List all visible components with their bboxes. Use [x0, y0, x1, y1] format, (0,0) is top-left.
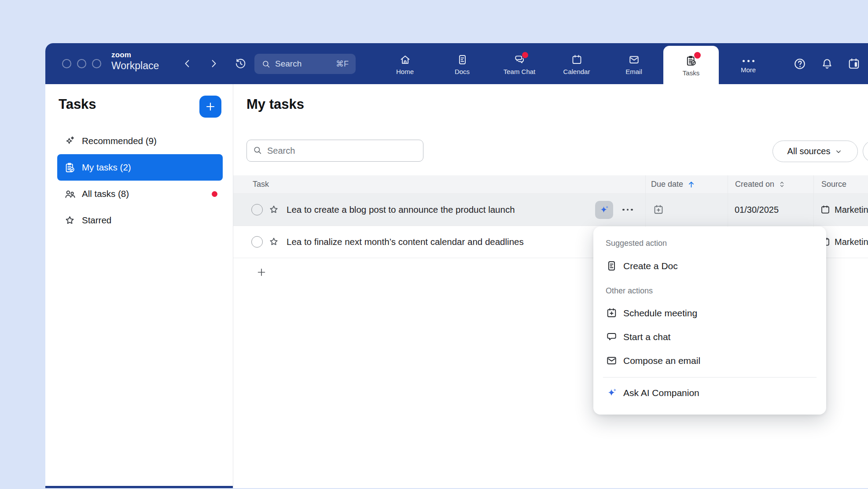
window-controls[interactable]	[62, 59, 101, 68]
docs-icon	[456, 54, 468, 66]
menu-item-schedule-meeting[interactable]: Schedule meeting	[606, 307, 814, 319]
created-on-cell: 01/30/2025	[728, 194, 813, 226]
nav-more-label: More	[741, 66, 756, 74]
sidebar-list: Recommended (9) My tasks (2) All tasks (…	[45, 128, 233, 233]
calendar-icon	[820, 204, 831, 215]
sidebar-item-label: Recommended (9)	[82, 136, 157, 146]
all-tasks-badge	[212, 191, 217, 197]
nav-more[interactable]: More	[720, 43, 777, 84]
clipped-filter-button[interactable]	[863, 141, 868, 162]
task-cell: Lea to create a blog post to announce th…	[233, 194, 645, 226]
history-icon[interactable]	[233, 56, 247, 70]
column-header-source[interactable]: Source	[813, 175, 868, 193]
chat-bubble-icon	[606, 331, 618, 343]
menu-item-compose-email[interactable]: Compose an email	[606, 355, 814, 367]
menu-item-ask-ai-companion[interactable]: Ask AI Companion	[606, 387, 814, 399]
bell-icon[interactable]	[820, 56, 835, 71]
suggested-actions-menu: Suggested action Create a Doc Other acti…	[593, 226, 826, 415]
global-search[interactable]: Search ⌘F	[254, 54, 356, 74]
global-search-placeholder: Search	[275, 59, 331, 69]
nav-home[interactable]: Home	[376, 43, 434, 84]
source-cell: Marketing	[813, 194, 868, 226]
team-chat-badge	[522, 52, 528, 58]
task-title: Lea to finalize next month’s content cal…	[287, 237, 524, 247]
calendar-plus-icon	[606, 307, 618, 319]
sidebar-item-my-tasks[interactable]: My tasks (2)	[57, 154, 223, 181]
ai-sparkle-icon	[598, 204, 610, 216]
task-cell: Lea to finalize next month’s content cal…	[233, 226, 645, 258]
column-header-task[interactable]: Task	[233, 175, 645, 193]
window-control-close[interactable]	[62, 59, 71, 68]
top-bar: zoom Workplace Search ⌘F Home Docs Team …	[45, 43, 868, 84]
column-header-due-date[interactable]: Due date	[645, 175, 728, 193]
window-control-minimize[interactable]	[77, 59, 86, 68]
nav-home-label: Home	[396, 68, 414, 75]
plus-icon	[205, 101, 216, 112]
main-nav: Home Docs Team Chat Calendar Email	[376, 43, 662, 84]
due-date-cell[interactable]	[645, 194, 728, 226]
mini-calendar-icon[interactable]	[846, 56, 861, 71]
home-icon	[399, 54, 411, 66]
table-header: Task Due date Created on Source	[233, 175, 868, 194]
task-checkbox[interactable]	[251, 204, 263, 215]
menu-divider	[603, 377, 817, 378]
menu-item-start-chat[interactable]: Start a chat	[606, 331, 814, 343]
nav-team-chat-label: Team Chat	[504, 68, 536, 75]
nav-docs[interactable]: Docs	[434, 43, 491, 84]
column-header-created-on[interactable]: Created on	[728, 175, 813, 193]
nav-tasks-active-tab[interactable]: Tasks	[663, 46, 719, 84]
doc-icon	[606, 260, 618, 272]
sources-filter-label: All sources	[787, 146, 831, 156]
row-more-button[interactable]	[622, 194, 633, 226]
back-button[interactable]	[180, 56, 194, 70]
add-task-button[interactable]	[199, 96, 221, 118]
email-icon	[628, 54, 640, 66]
brand-zoom: zoom	[111, 51, 159, 59]
menu-heading-other: Other actions	[606, 286, 814, 296]
page-title: My tasks	[246, 96, 304, 112]
help-icon[interactable]	[792, 56, 807, 71]
task-row[interactable]: Lea to create a blog post to announce th…	[233, 194, 868, 226]
nav-calendar[interactable]: Calendar	[548, 43, 605, 84]
menu-heading-suggested: Suggested action	[606, 239, 814, 248]
sort-ascending-icon	[687, 180, 696, 189]
window-control-zoom[interactable]	[92, 59, 101, 68]
clipboard-check-icon	[64, 162, 76, 174]
sidebar-item-label: My tasks (2)	[82, 162, 131, 173]
nav-calendar-label: Calendar	[563, 68, 590, 75]
chevron-down-icon	[834, 147, 843, 156]
tasks-clipboard-icon	[685, 55, 697, 67]
nav-tasks-label: Tasks	[683, 69, 699, 77]
sidebar-item-label: Starred	[82, 215, 111, 226]
task-checkbox[interactable]	[251, 236, 263, 248]
search-icon	[261, 59, 271, 69]
sparkle-icon	[64, 135, 76, 147]
task-search-input[interactable]	[246, 140, 423, 162]
sources-filter-dropdown[interactable]: All sources	[772, 141, 858, 162]
nav-email[interactable]: Email	[605, 43, 662, 84]
star-icon[interactable]	[268, 204, 280, 215]
task-title: Lea to create a blog post to announce th…	[287, 204, 515, 215]
sort-icon	[778, 180, 786, 189]
main-content: My tasks All sources Task Due date Creat…	[233, 84, 868, 488]
sidebar-item-starred[interactable]: Starred	[45, 207, 233, 233]
add-task-inline-button[interactable]	[256, 267, 267, 278]
star-icon[interactable]	[268, 236, 280, 248]
sidebar-item-recommended[interactable]: Recommended (9)	[45, 128, 233, 154]
menu-item-create-doc[interactable]: Create a Doc	[606, 260, 814, 272]
tasks-badge	[694, 52, 701, 59]
brand-logo: zoom Workplace	[111, 51, 159, 71]
forward-button[interactable]	[206, 56, 221, 70]
sidebar-item-all-tasks[interactable]: All tasks (8)	[45, 181, 233, 207]
envelope-icon	[606, 355, 618, 367]
nav-team-chat[interactable]: Team Chat	[491, 43, 548, 84]
add-due-date-icon	[653, 204, 664, 215]
team-chat-icon	[514, 54, 526, 66]
sidebar: Tasks Recommended (9) My tasks (2) All t…	[45, 84, 233, 488]
search-shortcut: ⌘F	[336, 59, 349, 69]
ai-companion-button[interactable]	[595, 201, 613, 219]
sidebar-item-label: All tasks (8)	[82, 189, 129, 199]
nav-docs-label: Docs	[455, 68, 470, 75]
nav-email-label: Email	[625, 68, 642, 75]
people-icon	[64, 188, 76, 200]
